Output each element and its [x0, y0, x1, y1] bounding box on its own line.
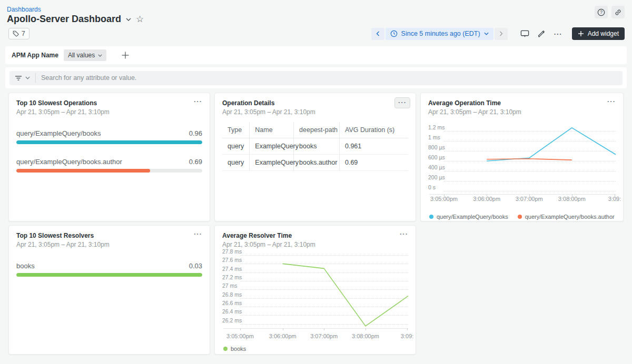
- bar-label: query/ExampleQuery/books.author: [16, 158, 122, 166]
- chevron-right-icon: [499, 31, 503, 36]
- time-forward-button[interactable]: [495, 28, 508, 40]
- tv-mode-button[interactable]: [516, 27, 534, 40]
- widget-title: Top 10 Slowest Operations: [16, 99, 202, 107]
- x-axis-tick: [283, 328, 283, 330]
- widget-title: Average Resolver Time: [222, 232, 408, 239]
- table-cell: query: [222, 138, 250, 155]
- bar-value: 0.03: [189, 262, 202, 270]
- bar-label: books: [16, 262, 35, 270]
- monitor-icon: [520, 29, 529, 38]
- edit-button[interactable]: [534, 27, 550, 40]
- x-axis-label: 3:05:00pm: [427, 196, 461, 202]
- x-axis-label: 3:07:00pm: [512, 196, 546, 202]
- tags-badge[interactable]: 7: [8, 28, 29, 39]
- widget-title: Operation Details: [222, 99, 408, 107]
- widget-average-resolver-time: ··· Average Resolver Time Apr 21, 3:05pm…: [214, 225, 416, 355]
- bar-row[interactable]: query/ExampleQuery/books0.96: [16, 129, 202, 144]
- corner-actions: ?: [595, 6, 625, 18]
- y-axis-label: 1 ms: [428, 134, 440, 140]
- plot-area[interactable]: [240, 248, 408, 328]
- widget-menu-button[interactable]: ···: [394, 97, 410, 108]
- y-axis-label: 400 µs: [428, 164, 445, 170]
- line-chart[interactable]: 27.8 ms27.6 ms27.4 ms27.2 ms27 ms26.8 ms…: [222, 248, 408, 328]
- plus-icon: [578, 31, 584, 37]
- series-line: [487, 128, 616, 161]
- favorite-star-icon[interactable]: ☆: [136, 15, 144, 24]
- bar-value: 0.69: [189, 158, 202, 166]
- clock-icon: [390, 30, 398, 37]
- plot-area[interactable]: [444, 122, 616, 191]
- table-cell: ExampleQuery: [250, 155, 294, 171]
- legend-item[interactable]: query/ExampleQuery/books: [429, 214, 508, 220]
- bar-row[interactable]: query/ExampleQuery/books.author0.69: [16, 158, 202, 173]
- add-variable-button[interactable]: [120, 50, 131, 60]
- time-picker[interactable]: Since 5 minutes ago (EDT): [386, 28, 493, 40]
- legend-item[interactable]: books: [223, 346, 246, 352]
- bar-fill: [16, 140, 202, 144]
- table-cell: books.author: [294, 155, 340, 171]
- widget-time-range: Apr 21, 3:05pm – Apr 21, 3:10pm: [222, 241, 408, 248]
- more-options-button[interactable]: ···: [550, 27, 567, 40]
- bar-row[interactable]: books0.03: [16, 262, 202, 277]
- x-axis-label: 3:09:: [598, 196, 624, 202]
- widget-top-slowest-operations: ··· Top 10 Slowest Operations Apr 21, 3:…: [8, 93, 210, 221]
- widget-menu-button[interactable]: ···: [398, 229, 410, 239]
- y-axis-label: 600 µs: [428, 154, 445, 160]
- filter-search-bar: [5, 67, 627, 88]
- filter-lines-icon: [15, 75, 22, 81]
- legend-item[interactable]: query/ExampleQuery/books.author: [518, 214, 615, 220]
- widget-title: Average Operation Time: [428, 99, 616, 107]
- breadcrumb[interactable]: Dashboards: [7, 6, 41, 13]
- add-widget-button[interactable]: Add widget: [572, 27, 625, 40]
- time-back-button[interactable]: [371, 28, 384, 40]
- x-axis-label: 3:08:00pm: [349, 333, 382, 339]
- widget-time-range: Apr 21, 3:05pm – Apr 21, 3:10pm: [16, 108, 202, 116]
- chevron-down-icon: [25, 76, 30, 79]
- chart-legend: books: [223, 346, 408, 352]
- column-header[interactable]: AVG Duration (s): [339, 122, 408, 138]
- bar-track: [16, 140, 202, 144]
- widget-title: Top 10 Slowest Resolvers: [16, 232, 202, 239]
- table-row[interactable]: queryExampleQuerybooks.author0.69: [222, 155, 408, 171]
- chevron-down-icon[interactable]: [126, 18, 131, 21]
- chevron-down-icon: [484, 32, 489, 35]
- x-axis-label: 3:08:00pm: [555, 196, 589, 202]
- widget-time-range: Apr 21, 3:05pm – Apr 21, 3:10pm: [428, 108, 616, 116]
- link-icon: [614, 8, 622, 16]
- y-axis-label: 200 µs: [428, 174, 445, 180]
- tag-count: 7: [22, 30, 25, 37]
- gridline: [444, 191, 616, 191]
- variable-value: All values: [68, 52, 95, 59]
- question-circle-icon: ?: [597, 8, 605, 16]
- bar-chart: books0.03: [16, 262, 202, 277]
- bar-label: query/ExampleQuery/books: [16, 129, 101, 137]
- ellipsis-icon: ···: [554, 31, 562, 37]
- x-axis-tick: [240, 328, 241, 330]
- variable-value-dropdown[interactable]: All values: [64, 49, 106, 61]
- legend-dot-icon: [429, 215, 433, 219]
- widget-menu-button[interactable]: ···: [605, 96, 618, 106]
- table-row[interactable]: queryExampleQuerybooks0.961: [222, 138, 408, 155]
- bar-chart: query/ExampleQuery/books0.96query/Exampl…: [16, 129, 202, 173]
- filter-menu-button[interactable]: [9, 75, 35, 81]
- x-axis-label: 3:07:00pm: [307, 333, 341, 339]
- details-table-container: TypeNamedeepest-pathAVG Duration (s)quer…: [222, 122, 408, 171]
- y-axis-label: 26.2 ms: [222, 317, 242, 323]
- widget-menu-button[interactable]: ···: [192, 96, 204, 106]
- search-input[interactable]: [36, 74, 623, 82]
- copy-link-button[interactable]: [611, 6, 625, 18]
- table-cell: books: [294, 138, 340, 155]
- search-input-wrap: [9, 71, 623, 85]
- chevron-down-icon: [98, 54, 102, 57]
- widget-menu-button[interactable]: ···: [192, 229, 204, 239]
- help-button[interactable]: ?: [595, 6, 608, 18]
- y-axis-label: 26.4 ms: [222, 308, 242, 315]
- column-header[interactable]: Name: [250, 122, 294, 138]
- column-header[interactable]: Type: [222, 122, 250, 138]
- line-chart[interactable]: 1.2 ms1 ms800 µs600 µs400 µs200 µs0 s3:0…: [428, 122, 616, 191]
- bar-track: [16, 169, 202, 173]
- x-axis-line: [429, 194, 616, 195]
- x-axis-line: [223, 328, 408, 329]
- page-title[interactable]: Apollo-Server Dashboard: [7, 14, 121, 25]
- column-header[interactable]: deepest-path: [294, 122, 340, 138]
